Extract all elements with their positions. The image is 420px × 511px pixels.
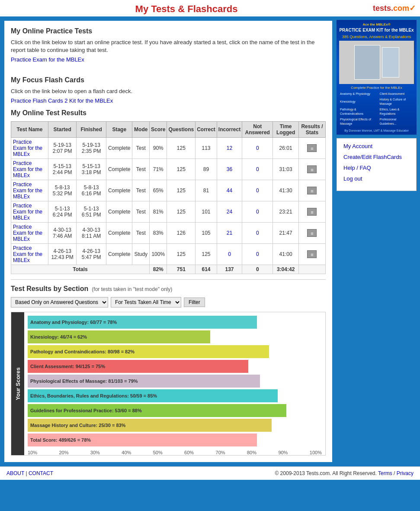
table-cell[interactable]: 0 (242, 137, 273, 158)
table-cell: 101 (196, 201, 217, 222)
totals-cell: 82% (150, 265, 167, 274)
table-cell: 31:03 (273, 158, 299, 180)
table-row: Practice Exam for the MBLEx5-19-13 2:07 … (11, 137, 326, 158)
table-cell: 4-26-13 5:47 PM (77, 243, 106, 265)
table-cell: 5-19-13 2:35 PM (77, 137, 106, 158)
table-cell[interactable]: ≡ (298, 243, 325, 265)
table-cell: Complete (106, 158, 132, 180)
table-cell[interactable]: 0 (242, 222, 273, 243)
table-cell: 125 (167, 243, 196, 265)
table-cell[interactable]: ≡ (298, 201, 325, 222)
chart-bar: Total Score: 489/626 = 78% (28, 433, 257, 446)
table-cell: 5-15-13 3:18 PM (77, 158, 106, 180)
table-cell[interactable]: 0 (242, 180, 273, 201)
table-header-cell: Test Name (11, 121, 48, 137)
x-axis-label: 50% (153, 450, 163, 455)
totals-cell: Totals (11, 265, 150, 274)
chart-bar: Physiological Effects of Massage: 81/103… (28, 375, 260, 388)
results-table: Test NameStartedFinishedStageModeScoreQu… (11, 121, 326, 274)
table-header-cell: Results / Stats (298, 121, 325, 137)
table-cell[interactable]: 36 (217, 158, 242, 180)
sidebar-nav-link[interactable]: Log out (343, 175, 410, 182)
x-axis-label: 80% (247, 450, 256, 455)
flashcards-link[interactable]: Practice Flash Cards 2 Kit for the MBLEx (11, 97, 326, 104)
chart-bar: Pathology and Contraindications: 80/98 =… (28, 345, 269, 358)
chart-bar: Massage History and Culture: 25/30 = 83% (28, 419, 272, 432)
table-cell: 125 (196, 243, 217, 265)
chart-bar-row: Anatomy and Physiology: 60/77 = 78% (28, 316, 322, 329)
copyright-text: © 2009-2013 Tests.com. All Right Reserve… (275, 470, 376, 476)
table-cell[interactable]: 0 (242, 243, 273, 265)
table-cell[interactable]: 24 (217, 201, 242, 222)
table-header-cell: Mode (132, 121, 150, 137)
table-row: Practice Exam for the MBLEx4-30-13 7:46 … (11, 222, 326, 243)
table-cell[interactable]: Practice Exam for the MBLEx (11, 201, 48, 222)
ad-image (339, 41, 414, 84)
table-cell[interactable]: Practice Exam for the MBLEx (11, 243, 48, 265)
practice-tests-desc: Click on the link below to start an onli… (11, 39, 326, 54)
table-cell: 125 (167, 158, 196, 180)
table-cell: 83% (150, 222, 167, 243)
table-cell[interactable]: ≡ (298, 137, 325, 158)
table-cell: Test (132, 180, 150, 201)
table-cell[interactable]: 0 (242, 158, 273, 180)
x-axis-label: 90% (278, 450, 288, 455)
table-cell: 41:30 (273, 180, 299, 201)
terms-link[interactable]: Terms (378, 470, 392, 476)
totals-cell (298, 265, 325, 274)
x-axis-label: 10% (28, 450, 37, 455)
totals-cell: 3:04:42 (273, 265, 299, 274)
sidebar-nav-link[interactable]: Help / FAQ (343, 165, 410, 171)
table-header-cell: Finished (77, 121, 106, 137)
about-link[interactable]: ABOUT (6, 470, 24, 476)
table-cell[interactable]: 44 (217, 180, 242, 201)
results-heading: My Online Test Results (11, 109, 326, 117)
filter-dropdown-1[interactable]: Based Only on Answered QuestionsBased on… (11, 297, 108, 307)
table-cell[interactable]: 0 (242, 201, 273, 222)
table-cell: Test (132, 201, 150, 222)
table-cell: 5-8-13 5:32 PM (48, 180, 77, 201)
contact-link[interactable]: CONTACT (29, 470, 53, 476)
table-cell: 5-8-13 6:16 PM (77, 180, 106, 201)
table-cell[interactable]: ≡ (298, 222, 325, 243)
section-results-heading: Test Results by Section (11, 285, 88, 293)
table-cell[interactable]: Practice Exam for the MBLEx (11, 180, 48, 201)
x-axis-label: 60% (184, 450, 194, 455)
chart-bar-row: Pathology and Contraindications: 80/98 =… (28, 345, 322, 358)
section-results-subtext: (for tests taken in "test mode" only) (92, 286, 172, 292)
chart-bar: Client Assessment: 94/125 = 75% (28, 360, 248, 373)
sidebar-nav-link[interactable]: Create/Edit FlashCards (343, 154, 410, 160)
table-cell: 100% (150, 243, 167, 265)
table-cell[interactable]: Practice Exam for the MBLEx (11, 137, 48, 158)
table-cell: 21:47 (273, 222, 299, 243)
x-axis-label: 70% (216, 450, 225, 455)
table-cell[interactable]: Practice Exam for the MBLEx (11, 158, 48, 180)
site-logo: tests.com✓ (373, 3, 420, 13)
ad-complete-label: Complete Practice for the MBLEx (339, 86, 414, 90)
practice-exam-link[interactable]: Practice Exam for the MBLEx (11, 56, 326, 63)
table-cell: 125 (167, 180, 196, 201)
privacy-link[interactable]: Privacy (397, 470, 414, 476)
ad-kit-title: PRACTICE EXAM KIT for the MBLEx (339, 28, 414, 33)
table-cell[interactable]: ≡ (298, 180, 325, 201)
ad-questions-label: 385 Questions, Answers & Explanations (339, 35, 414, 39)
table-cell: 105 (196, 222, 217, 243)
practice-tests-heading: My Online Practice Tests (11, 27, 326, 35)
page-title: My Tests & Flashcards (135, 3, 238, 14)
table-cell[interactable]: 21 (217, 222, 242, 243)
ad-author: By Donovan Monroe, LMT & Massage Educato… (339, 129, 414, 132)
filter-dropdown-2[interactable]: For Tests Taken All TimeLast 30 DaysLast… (111, 297, 181, 307)
sidebar-nav-link[interactable]: My Account (343, 143, 410, 149)
table-cell: 81 (196, 180, 217, 201)
table-cell: 5-19-13 2:07 PM (48, 137, 77, 158)
table-cell[interactable]: 0 (217, 243, 242, 265)
table-cell[interactable]: ≡ (298, 158, 325, 180)
table-cell: 5-1-13 6:24 PM (48, 201, 77, 222)
filter-button[interactable]: Filter (184, 298, 205, 307)
logo-com: com (393, 4, 409, 13)
table-cell: 41:00 (273, 243, 299, 265)
table-cell[interactable]: 12 (217, 137, 242, 158)
table-cell: 23:21 (273, 201, 299, 222)
table-cell[interactable]: Practice Exam for the MBLEx (11, 222, 48, 243)
table-header-cell: Questions (167, 121, 196, 137)
